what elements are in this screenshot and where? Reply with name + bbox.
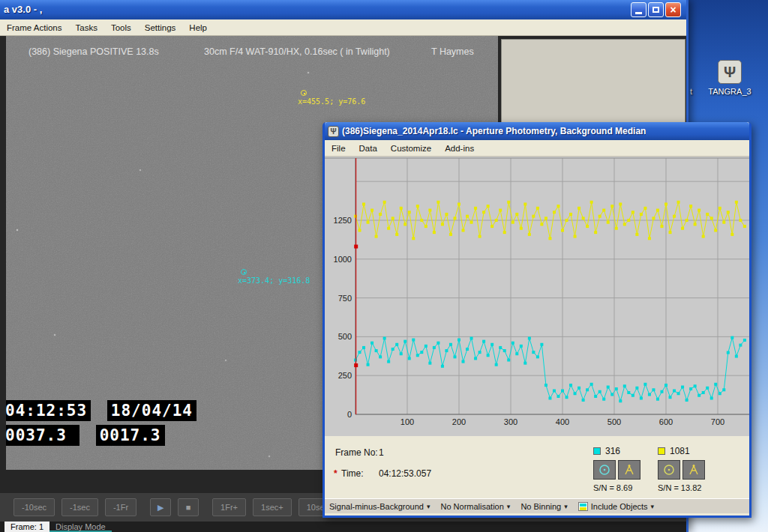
object2-aperture-button[interactable] (658, 460, 680, 480)
chevron-down-icon: ▾ (564, 503, 568, 510)
object1-intensity: 316 (605, 446, 620, 456)
chevron-down-icon: ▾ (427, 503, 430, 510)
menu-settings[interactable]: Settings (138, 23, 183, 32)
marker-coordinates: x=373.4; y=316.8 (238, 276, 310, 285)
stop-icon: ■ (186, 503, 191, 512)
object-panel-1: 316 S/N = 8.69 (593, 446, 656, 492)
aperture-icon (598, 463, 611, 477)
svg-text:250: 250 (338, 371, 352, 380)
compass-icon (622, 463, 636, 477)
svg-text:750: 750 (338, 294, 352, 303)
svg-text:300: 300 (504, 417, 518, 426)
video-overlay-equipment: 30cm F/4 WAT-910/HX, 0.16sec ( in Twilig… (204, 46, 390, 57)
light-curve-plot: 100200300400500600700025050075010001250 (325, 157, 749, 436)
light-curve-chart[interactable]: 100200300400500600700025050075010001250 (325, 157, 749, 436)
chevron-down-icon: ▾ (507, 503, 511, 510)
light-curve-window: Ψ (386)Siegena_2014Apr18.lc - Aperture P… (322, 122, 752, 518)
frame-no-label: Frame No: (335, 447, 378, 458)
fwd-1frame-button[interactable]: 1Fr+ (212, 498, 246, 516)
svg-text:700: 700 (711, 417, 724, 426)
play-icon: ▶ (158, 503, 164, 512)
tracking-marker-cyan: x=373.4; y=316.8 (238, 269, 310, 285)
minimize-button[interactable] (631, 2, 646, 17)
vti-osd: 04:12:53 18/04/14 0037.3 0017.3 (6, 400, 203, 450)
tracking-marker-yellow: x=455.5; y=76.6 (298, 90, 365, 106)
lc-info-panel: Frame No: 1 * Time: 04:12:53.057 316 (325, 436, 749, 498)
osd-field-counter: 0017.3 (96, 425, 165, 446)
osd-frame-counter: 0037.3 (6, 425, 80, 446)
desktop-icon-label: TANGRA_3 (702, 87, 758, 96)
back-1sec-button[interactable]: -1sec (62, 498, 98, 516)
object2-sn: S/N = 13.82 (658, 483, 721, 492)
menu-customize[interactable]: Customize (384, 144, 438, 153)
stars (6, 36, 8, 37)
main-window-title: a v3.0 - , (4, 4, 42, 15)
reduction-mode-label: Signal-minus-Background (329, 502, 424, 511)
back-10sec-button[interactable]: -10sec (14, 498, 55, 516)
time-label: Time: (341, 468, 364, 479)
maximize-button[interactable] (648, 2, 664, 17)
target-ring-icon (241, 269, 247, 275)
main-titlebar[interactable]: a v3.0 - , × (0, 0, 686, 19)
minimize-icon (635, 12, 642, 14)
tangra-window-icon: Ψ (328, 126, 339, 137)
include-objects-dropdown[interactable]: Include Objects ▾ (578, 502, 654, 511)
marker-coordinates: x=455.5; y=76.6 (298, 97, 365, 106)
normalisation-dropdown[interactable]: No Normalisation ▾ (440, 502, 510, 511)
binning-dropdown[interactable]: No Binning ▾ (520, 502, 567, 511)
time-asterisk: * (334, 468, 338, 479)
object1-color-swatch (593, 447, 601, 455)
menu-tools[interactable]: Tools (104, 23, 138, 32)
play-button[interactable]: ▶ (150, 498, 171, 516)
chevron-down-icon: ▾ (651, 503, 655, 510)
svg-text:600: 600 (659, 417, 673, 426)
target-ring-icon (301, 90, 307, 96)
close-icon: × (670, 4, 676, 15)
main-menubar: Frame Actions Tasks Tools Settings Help (0, 19, 686, 36)
svg-text:400: 400 (556, 417, 569, 426)
menu-tasks[interactable]: Tasks (69, 23, 104, 32)
menu-frame-actions[interactable]: Frame Actions (0, 23, 69, 32)
aperture-icon (662, 463, 676, 477)
bottom-tabstrip: Frame: 1 Display Mode (0, 522, 686, 532)
svg-text:200: 200 (452, 417, 466, 426)
lc-window-title: (386)Siegena_2014Apr18.lc - Aperture Pho… (342, 126, 646, 136)
normalisation-label: No Normalisation (440, 502, 503, 511)
include-objects-label: Include Objects (591, 502, 648, 511)
stop-button[interactable]: ■ (178, 498, 199, 516)
object1-aperture-button[interactable] (593, 460, 616, 480)
menu-help[interactable]: Help (182, 23, 214, 32)
menu-file[interactable]: File (325, 144, 352, 153)
lc-titlebar[interactable]: Ψ (386)Siegena_2014Apr18.lc - Aperture P… (325, 122, 749, 140)
svg-text:0: 0 (347, 410, 352, 419)
desktop: t Ψ TANGRA_3 a v3.0 - , × Frame Actions … (0, 0, 768, 532)
object-colors-chip-icon (578, 502, 588, 511)
close-button[interactable]: × (665, 2, 681, 17)
maximize-icon (652, 7, 659, 13)
desktop-icon-label-partial[interactable]: t (690, 87, 692, 96)
video-overlay-observer: T Haymes (431, 46, 474, 57)
frame-no-value: 1 (379, 447, 384, 458)
object2-measure-button[interactable] (682, 460, 705, 480)
menu-add-ins[interactable]: Add-ins (438, 144, 481, 153)
object-panel-2: 1081 S/N = 13.82 (658, 446, 721, 492)
osd-time: 04:12:53 (6, 400, 91, 421)
window-controls: × (631, 2, 681, 17)
object2-color-swatch (658, 447, 665, 455)
object1-measure-button[interactable] (618, 460, 640, 480)
osd-date: 18/04/14 (107, 400, 196, 421)
back-1frame-button[interactable]: -1Fr (105, 498, 136, 516)
lc-statusbar: Signal-minus-Background ▾ No Normalisati… (325, 498, 749, 513)
tab-frame[interactable]: Frame: 1 (4, 522, 50, 532)
fwd-1sec-button[interactable]: 1sec+ (253, 498, 292, 516)
tangra-app-icon: Ψ (718, 60, 742, 84)
time-value: 04:12:53.057 (379, 468, 431, 479)
video-overlay-object: (386) Siegena POSITIVE 13.8s (28, 46, 159, 57)
svg-text:500: 500 (608, 417, 621, 426)
desktop-icon-tangra[interactable]: Ψ TANGRA_3 (702, 60, 758, 96)
object2-intensity: 1081 (670, 446, 690, 456)
menu-data[interactable]: Data (352, 144, 384, 153)
reduction-mode-dropdown[interactable]: Signal-minus-Background ▾ (329, 502, 430, 511)
tab-display-mode[interactable]: Display Mode (50, 522, 112, 532)
svg-text:1000: 1000 (334, 255, 352, 264)
